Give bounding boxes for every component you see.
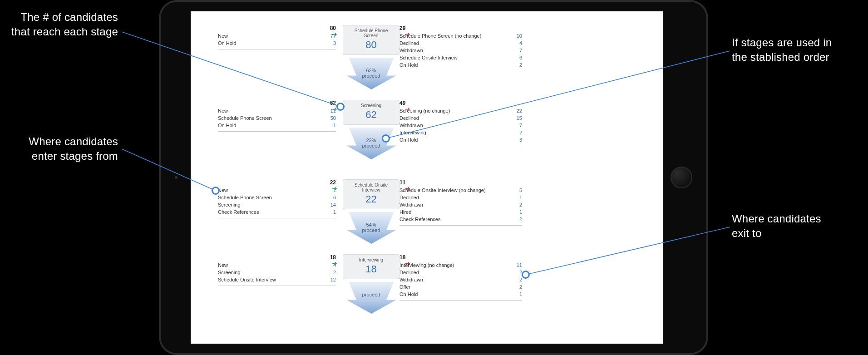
- stage-box[interactable]: Screening 62: [343, 100, 399, 125]
- divider: [399, 71, 522, 71]
- table-row: On Hold2: [399, 62, 522, 69]
- row-value[interactable]: 1: [519, 209, 522, 216]
- row-value[interactable]: 1: [519, 194, 522, 202]
- row-label: On Hold: [399, 137, 418, 144]
- row-label: New: [218, 262, 228, 269]
- table-row: Offer2: [399, 284, 522, 291]
- table-row: On Hold1: [399, 291, 522, 298]
- table-row: Screening (no change)22: [399, 108, 522, 115]
- row-label: New: [218, 187, 228, 194]
- table-row: Interviewing2: [399, 129, 522, 137]
- inflow-table: 22New1Schedule Phone Screen6Screening14C…: [218, 179, 336, 218]
- row-label: On Hold: [399, 62, 418, 69]
- proceed-pct: 62%: [343, 68, 399, 73]
- row-value[interactable]: 1: [519, 291, 522, 298]
- home-button[interactable]: [671, 167, 692, 188]
- row-value[interactable]: 6: [333, 194, 336, 202]
- svg-marker-3: [346, 282, 396, 314]
- row-value[interactable]: 2: [519, 216, 522, 223]
- row-value[interactable]: 2: [519, 269, 522, 276]
- stage-block: ➔ ➔ Interviewing 18 proceed: [343, 254, 399, 315]
- row-label: Schedule Phone Screen: [218, 115, 272, 122]
- inflow-table: 80New77On Hold3: [218, 25, 336, 49]
- screen: ➔ ➔ Schedule Phone Screen 80 62%proceed …: [191, 11, 663, 344]
- canvas: The # of candidates that reach each stag…: [0, 0, 868, 355]
- table-row: Declined2: [399, 269, 522, 276]
- divider: [218, 286, 336, 286]
- stage-title: Interviewing: [347, 257, 395, 262]
- row-value[interactable]: 1: [333, 122, 336, 129]
- row-label: On Hold: [218, 40, 236, 47]
- row-value[interactable]: 12: [330, 276, 336, 284]
- annotation-mid-left: Where candidates enter stages from: [0, 134, 118, 164]
- row-value[interactable]: 2: [519, 202, 522, 209]
- outflow-table: 49Screening (no change)22Declined15Withd…: [399, 100, 522, 146]
- stage-box[interactable]: Schedule Phone Screen 80: [343, 25, 399, 55]
- row-label: Offer: [399, 284, 410, 291]
- row-value[interactable]: 2: [519, 284, 522, 291]
- annotation-top-left: The # of candidates that reach each stag…: [0, 10, 118, 39]
- table-row: On Hold3: [399, 137, 522, 144]
- row-value[interactable]: 14: [330, 202, 336, 209]
- stage-title: Schedule Onsite Interview: [347, 182, 395, 192]
- anno-text: Where candidates: [29, 135, 118, 148]
- row-value[interactable]: 4: [519, 40, 522, 47]
- row-value[interactable]: 5: [519, 187, 522, 194]
- row-value[interactable]: 1: [333, 209, 336, 216]
- stage-count: 22: [347, 193, 395, 205]
- proceed-word: proceed: [343, 143, 399, 148]
- table-row: New11: [218, 108, 336, 115]
- row-value[interactable]: 3: [333, 40, 336, 47]
- anno-text: that reach each stage: [11, 25, 118, 38]
- row-label: Screening: [218, 202, 241, 209]
- row-label: Schedule Phone Screen (no change): [399, 33, 481, 40]
- row-value[interactable]: 77: [330, 33, 336, 40]
- anno-text: the stablished order: [732, 51, 829, 63]
- row-value[interactable]: 2: [333, 269, 336, 276]
- row-value[interactable]: 7: [519, 47, 522, 54]
- row-value[interactable]: 50: [330, 115, 336, 122]
- inflow-total: 62: [218, 100, 336, 106]
- annotation-top-right: If stages are used in the stablished ord…: [732, 35, 868, 65]
- stage-box[interactable]: Schedule Onsite Interview 22: [343, 179, 399, 209]
- row-value[interactable]: 2: [519, 62, 522, 69]
- stage-count: 18: [347, 263, 395, 275]
- outflow-table: 29Schedule Phone Screen (no change)10Dec…: [399, 25, 522, 71]
- row-value[interactable]: 11: [330, 108, 336, 115]
- row-label: Schedule Onsite Interview: [399, 54, 458, 62]
- row-value[interactable]: 2: [519, 129, 522, 137]
- row-value[interactable]: 4: [333, 262, 336, 269]
- row-label: Declined: [399, 269, 419, 276]
- row-label: Hired: [399, 209, 411, 216]
- row-label: Declined: [399, 40, 419, 47]
- row-label: New: [218, 33, 228, 40]
- row-label: Check References: [218, 209, 259, 216]
- stage-block: ➔ ➔ Screening 62 22%proceed: [343, 100, 399, 161]
- proceed-word: proceed: [343, 73, 399, 79]
- row-label: Schedule Onsite Interview: [218, 276, 276, 284]
- row-label: Declined: [399, 115, 419, 122]
- row-value[interactable]: 22: [517, 108, 522, 115]
- row-value[interactable]: 15: [517, 115, 522, 122]
- row-value[interactable]: 10: [517, 33, 522, 40]
- stage-box[interactable]: Interviewing 18: [343, 254, 399, 279]
- row-value[interactable]: 6: [519, 54, 522, 62]
- anno-text: Where candidates: [732, 212, 821, 225]
- proceed-pct: 54%: [343, 222, 399, 227]
- table-row: Schedule Onsite Interview12: [218, 276, 336, 284]
- row-label: Interviewing (no change): [399, 262, 454, 269]
- row-value[interactable]: 1: [333, 187, 336, 194]
- divider: [218, 131, 336, 132]
- table-row: New4: [218, 262, 336, 269]
- row-value[interactable]: 3: [519, 137, 522, 144]
- row-value[interactable]: 7: [519, 122, 522, 129]
- anno-text: enter stages from: [32, 150, 118, 162]
- proceed-word: proceed: [343, 292, 399, 297]
- table-row: Withdrawn7: [399, 122, 522, 129]
- row-value[interactable]: 2: [519, 276, 522, 284]
- proceed-arrow-icon: [346, 282, 396, 314]
- table-row: On Hold1: [218, 122, 336, 129]
- divider: [399, 225, 522, 226]
- outflow-total: 11: [399, 179, 522, 186]
- row-value[interactable]: 11: [517, 262, 522, 269]
